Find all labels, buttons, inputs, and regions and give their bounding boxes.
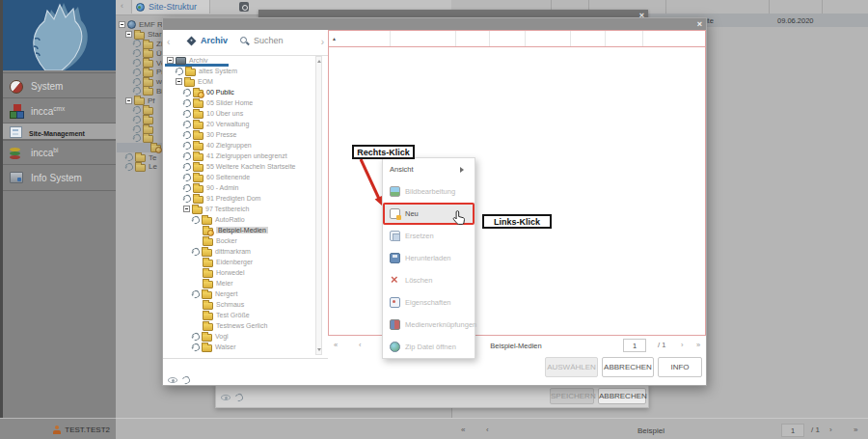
sidebar-item[interactable]: inccabi [0,139,116,165]
tree-toggle-icon[interactable] [182,161,193,172]
tree-item[interactable]: Testnews Gerlich [164,320,314,331]
tree-toggle-icon[interactable] [182,172,193,182]
tree-item[interactable]: 91 Predigten Dom [164,193,314,204]
file-column-header[interactable] [456,31,490,46]
tree-toggle-icon[interactable] [125,97,132,104]
context-menu-item[interactable]: Medienverknüpfungen [383,314,475,336]
tree-toggle-icon[interactable] [182,129,193,140]
site-tree-item[interactable]: Zi [117,40,162,49]
tree-item[interactable]: 05 Slider Home [164,97,314,108]
tree-toggle-icon[interactable] [182,87,193,97]
tree-item[interactable]: 00 Public [164,87,314,97]
tree-toggle-icon[interactable] [191,342,202,352]
main-column-header[interactable] [770,0,823,14]
tab-site-struktur[interactable]: Site-Struktur [131,0,210,14]
tree-toggle-icon[interactable] [191,288,202,299]
tree-toggle-icon[interactable] [182,151,193,161]
sidebar-item[interactable]: System [0,72,116,98]
site-tree-item[interactable] [117,115,162,124]
scroll-down-icon[interactable] [317,348,321,353]
site-tree-item[interactable]: Bi [117,87,162,96]
sidebar-item[interactable]: Info System [0,164,116,191]
tree-scrollbar[interactable] [315,56,322,355]
tab-suchen[interactable]: Suchen [240,36,284,45]
tree-item[interactable]: Archiv [164,55,314,66]
context-menu-item[interactable]: Bildbearbeitung [383,180,475,203]
close-icon[interactable]: × [697,18,702,30]
dialog-titlebar[interactable]: × [163,18,706,30]
site-tree-item[interactable] [117,105,162,115]
file-column-header[interactable] [606,31,643,46]
tree-toggle-icon[interactable] [191,246,202,257]
site-tree-item[interactable]: Ve [117,58,162,68]
tree-toggle-icon[interactable] [176,78,182,85]
tree-toggle-icon[interactable] [132,76,143,87]
tree-item[interactable]: Bocker [164,235,314,246]
site-tree-item[interactable]: Te [117,152,162,162]
tree-toggle-icon[interactable] [132,123,143,134]
site-tree-item[interactable]: Pr [117,68,162,77]
tree-toggle-icon[interactable] [183,206,190,212]
file-column-header[interactable] [391,31,456,46]
tree-item[interactable]: altes System [164,66,314,76]
refresh-icon[interactable] [181,375,192,386]
tree-toggle-icon[interactable] [124,162,135,173]
tree-item[interactable]: Schmaus [164,299,314,310]
tree-toggle-icon[interactable] [182,108,193,119]
tree-toggle-icon[interactable] [132,58,143,69]
abbrechen-button[interactable]: ABBRECHEN [602,357,654,377]
tree-toggle-icon[interactable] [132,133,143,144]
context-menu-item[interactable]: Löschen [383,269,475,291]
file-column-header[interactable] [329,31,391,46]
file-column-header[interactable] [526,31,571,46]
site-tree-item[interactable] [117,143,162,152]
tree-item[interactable]: 60 Seitenende [164,172,314,182]
tree-toggle-icon[interactable] [119,21,125,28]
first-page-icon[interactable]: « [461,425,465,434]
next-page-icon[interactable]: › [681,341,684,349]
main-column-header[interactable] [666,0,770,14]
refresh-icon[interactable] [234,393,245,403]
tree-toggle-icon[interactable] [191,214,202,225]
abbrechen-button[interactable]: ABBRECHEN [598,388,646,404]
preview-eye-icon[interactable] [221,395,231,400]
tree-toggle-icon[interactable] [175,66,185,76]
first-page-icon[interactable]: « [334,341,338,349]
file-column-header[interactable] [643,31,705,46]
context-menu-item[interactable]: Zip Datei öffnen [383,336,475,358]
next-page-icon[interactable]: › [829,425,832,434]
tree-toggle-icon[interactable] [182,119,193,129]
context-menu-item[interactable]: Herunterladen [383,247,475,269]
file-column-header[interactable] [490,31,526,46]
site-tree-item[interactable]: Le [117,162,162,172]
site-tree-item[interactable]: Üb [117,48,162,58]
tree-item[interactable]: 40 Zielgruppen [164,140,314,151]
scroll-up-icon[interactable] [317,58,321,63]
tree-item[interactable]: 41 Zielgruppen unbegrenzt [164,151,314,161]
context-menu-item[interactable]: Ansicht [383,158,475,180]
context-menu-item[interactable]: Eigenschaften [383,291,475,314]
site-tree-item[interactable]: we [117,77,162,87]
tree-item[interactable]: 90 - Admin [164,182,314,193]
tree-item[interactable]: Eidenberger [164,257,314,267]
site-tree-item[interactable] [117,124,162,134]
tree-toggle-icon[interactable] [132,68,143,78]
context-menu-item[interactable]: Neu [383,203,475,225]
tree-toggle-icon[interactable] [132,39,143,49]
tree-item[interactable]: EOM [164,76,314,87]
tree-toggle-icon[interactable] [132,48,143,59]
info-button[interactable]: INFO [658,357,702,377]
tree-item[interactable]: AutoRatio [164,214,314,225]
tab-archiv[interactable]: Archiv [186,36,228,45]
site-tree-item[interactable]: Pf [117,96,162,105]
tree-toggle-icon[interactable] [132,86,143,96]
tree-item[interactable]: dittmarkram [164,246,314,257]
tree-toggle-icon[interactable] [182,97,193,108]
tree-item[interactable]: 30 Presse [164,129,314,140]
page-number-input[interactable] [781,424,804,437]
preview-eye-icon[interactable] [168,377,177,383]
tree-toggle-icon[interactable] [132,115,143,125]
site-tree-item[interactable]: EMF R2 [117,20,162,30]
context-menu-item[interactable]: Ersetzen [383,225,475,247]
last-page-icon[interactable]: » [854,425,857,434]
